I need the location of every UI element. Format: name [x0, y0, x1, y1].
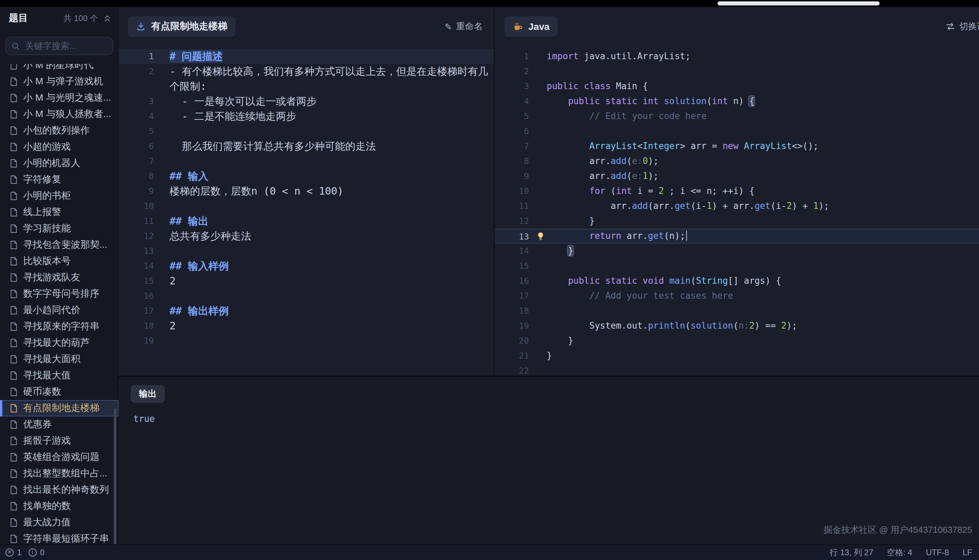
problem-item[interactable]: 小包的数列操作	[0, 122, 119, 139]
line-number: 4	[119, 109, 161, 124]
markdown-line[interactable]: 3 - 一是每次可以走一或者两步	[119, 94, 494, 109]
markdown-line[interactable]: 11## 输出	[119, 214, 494, 228]
code-line[interactable]: 10 for (int i = 2 ; i <= n; ++i) {	[495, 184, 979, 199]
problem-item[interactable]: 学习新技能	[0, 220, 119, 237]
problem-item[interactable]: 硬币凑数	[0, 384, 119, 400]
code-line[interactable]: 13 return arr.get(n);	[495, 228, 979, 243]
problem-item[interactable]: 小 M 与光明之魂速...	[0, 90, 119, 106]
problem-item[interactable]: 数字字母问号排序	[0, 286, 119, 302]
lightbulb-icon[interactable]	[536, 232, 546, 242]
markdown-line[interactable]: 4 - 二是不能连续地走两步	[119, 109, 494, 124]
code-line[interactable]: 5 // Edit your code here	[495, 109, 979, 124]
code-line[interactable]: 4 public static int solution(int n) {	[495, 94, 979, 109]
problem-item[interactable]: 寻找最大面积	[0, 351, 119, 367]
code-line[interactable]: 11 arr.add(arr.get(i-1) + arr.get(i-2) +…	[495, 199, 979, 214]
code-line[interactable]: 19 System.out.println(solution(n:2) == 2…	[495, 318, 979, 333]
problem-item[interactable]: 寻找最大值	[0, 367, 119, 384]
markdown-editor[interactable]: 1# 问题描述2- 有个楼梯比较高，我们有多种方式可以走上去，但是在走楼梯时有几…	[119, 49, 494, 376]
problem-item[interactable]: 线上报警	[0, 204, 119, 220]
markdown-line[interactable]: 14## 输入样例	[119, 258, 494, 273]
document-title: 有点限制地走楼梯	[151, 20, 227, 33]
cursor-position[interactable]: 行 13, 列 27	[830, 547, 873, 558]
problem-item[interactable]: 小超的游戏	[0, 139, 119, 155]
problem-item[interactable]: 最大战力值	[0, 514, 119, 531]
eol-setting[interactable]: LF	[963, 548, 972, 557]
markdown-heading-text: ## 输入样例	[170, 258, 229, 273]
info-indicator[interactable]: i 0	[28, 548, 44, 557]
code-line[interactable]: 22	[495, 363, 979, 376]
problem-title: 小明的书柜	[23, 190, 71, 202]
problem-item[interactable]: 小 M 的星球时代	[0, 64, 119, 73]
markdown-line[interactable]: 182	[119, 318, 494, 333]
code-line[interactable]: 21}	[495, 348, 979, 363]
problem-item[interactable]: 最小趋同代价	[0, 302, 119, 318]
search-input[interactable]	[24, 40, 107, 52]
code-line[interactable]: 6	[495, 124, 979, 139]
problem-item[interactable]: 找单独的数	[0, 498, 119, 514]
code-line[interactable]: 14 }	[495, 243, 979, 258]
markdown-line[interactable]: 5	[119, 124, 494, 139]
problem-item-selected[interactable]: 有点限制地走楼梯	[0, 400, 119, 417]
code-line[interactable]: 7 ArrayList<Integer> arr = new ArrayList…	[495, 139, 979, 154]
code-text: }	[547, 214, 595, 228]
markdown-line[interactable]: 152	[119, 273, 494, 288]
markdown-line[interactable]: 17## 输出样例	[119, 303, 494, 318]
code-panel-header: Java 切换语言	[495, 7, 979, 49]
search-box[interactable]	[5, 37, 113, 55]
markdown-line[interactable]: 19	[119, 333, 494, 348]
code-line[interactable]: 17 // Add your test cases here	[495, 288, 979, 303]
problem-item[interactable]: 小 M 与弹子游戏机	[0, 73, 119, 90]
code-line[interactable]: 20 }	[495, 333, 979, 348]
problem-item[interactable]: 字符串最短循环子串	[0, 531, 119, 543]
collapse-icon[interactable]	[104, 15, 111, 22]
problem-item[interactable]: 英雄组合游戏问题	[0, 449, 119, 465]
code-line[interactable]: 9 arr.add(e:1);	[495, 169, 979, 184]
code-line[interactable]: 15	[495, 258, 979, 273]
line-number: 6	[119, 139, 161, 154]
code-line[interactable]: 2	[495, 64, 979, 79]
problem-item[interactable]: 优惠券	[0, 417, 119, 433]
line-number: 11	[119, 214, 161, 228]
problem-item[interactable]: 找出整型数组中占...	[0, 465, 119, 482]
code-line[interactable]: 12 }	[495, 214, 979, 228]
code-editor[interactable]: 1import java.util.ArrayList;23public cla…	[495, 49, 979, 376]
language-tab[interactable]: Java	[505, 16, 558, 37]
errors-indicator[interactable]: ✕ 1	[5, 548, 22, 557]
problem-item[interactable]: 小明的机器人	[0, 155, 119, 172]
problem-item[interactable]: 找出最长的神奇数列	[0, 482, 119, 498]
indentation-setting[interactable]: 空格: 4	[887, 547, 912, 558]
rename-button[interactable]: ✎ 重命名	[444, 20, 483, 33]
code-line[interactable]: 18	[495, 303, 979, 318]
encoding-setting[interactable]: UTF-8	[926, 548, 949, 557]
sidebar-scrollbar[interactable]	[114, 408, 117, 544]
line-number: 10	[495, 184, 529, 199]
markdown-line[interactable]: 6 那么我们需要计算总共有多少种可能的走法	[119, 139, 494, 154]
problem-item[interactable]: 寻找包含斐波那契...	[0, 237, 119, 253]
code-line[interactable]: 8 arr.add(e:0);	[495, 154, 979, 169]
problem-item[interactable]: 字符修复	[0, 172, 119, 188]
markdown-line[interactable]: 1# 问题描述	[119, 49, 494, 64]
output-tab[interactable]: 输出	[131, 385, 165, 403]
problem-item[interactable]: 寻找最大的葫芦	[0, 335, 119, 351]
markdown-line[interactable]: 13	[119, 243, 494, 258]
document-title-chip[interactable]: 有点限制地走楼梯	[128, 16, 236, 37]
problem-item[interactable]: 寻找原来的字符串	[0, 318, 119, 335]
code-line[interactable]: 1import java.util.ArrayList;	[495, 49, 979, 64]
code-line[interactable]: 16 public static void main(String[] args…	[495, 273, 979, 288]
markdown-line[interactable]: 10	[119, 199, 494, 214]
problem-item[interactable]: 寻找游戏队友	[0, 270, 119, 286]
problem-item[interactable]: 比较版本号	[0, 253, 119, 270]
problem-title: 线上报警	[23, 206, 61, 218]
switch-language-button[interactable]: 切换语言	[946, 20, 979, 33]
markdown-line[interactable]: 7	[119, 154, 494, 169]
markdown-line[interactable]: 2- 有个楼梯比较高，我们有多种方式可以走上去，但是在走楼梯时有几个限制:	[119, 64, 494, 94]
markdown-line[interactable]: 16	[119, 288, 494, 303]
code-line[interactable]: 3public class Main {	[495, 79, 979, 94]
code-text: // Edit your code here	[547, 109, 707, 124]
markdown-line[interactable]: 9楼梯的层数，层数n (0 < n < 100)	[119, 184, 494, 199]
markdown-line[interactable]: 12总共有多少种走法	[119, 228, 494, 243]
problem-item[interactable]: 摇骰子游戏	[0, 433, 119, 449]
problem-item[interactable]: 小明的书柜	[0, 188, 119, 204]
problem-item[interactable]: 小 M 与狼人拯救者...	[0, 106, 119, 122]
markdown-line[interactable]: 8## 输入	[119, 169, 494, 184]
